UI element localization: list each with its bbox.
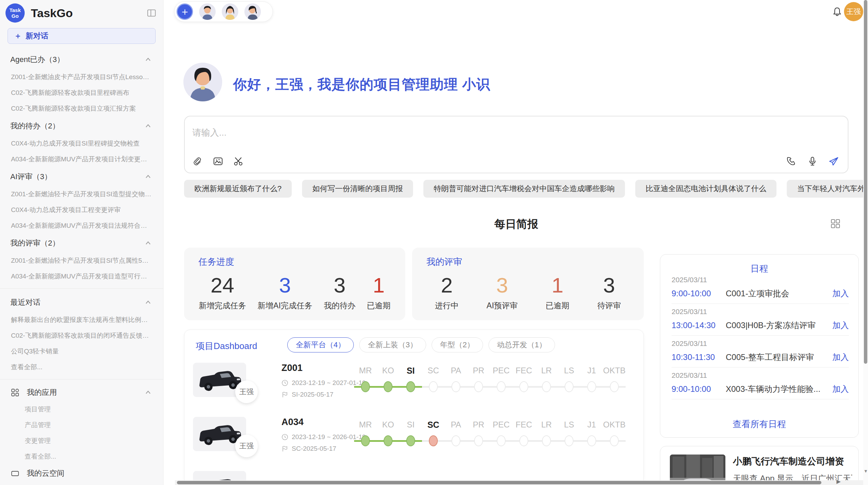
daily-briefing-title: 每日简报 — [184, 217, 848, 232]
section-title: AI评审（3） — [10, 172, 52, 182]
clock-icon — [281, 434, 288, 440]
tab-new-platform[interactable]: 全新平台（4） — [287, 337, 354, 352]
join-button[interactable]: 加入 — [832, 320, 849, 331]
event-time: 9:00-10:00 — [672, 289, 726, 298]
event-title: C003|H0B-方案冻结评审 — [726, 320, 832, 331]
project-name: A034 — [281, 417, 304, 427]
image-icon[interactable] — [212, 156, 224, 167]
news-card[interactable]: 小鹏飞行汽车制造公司增资 天眼查 App 显示，近日广州汇天飞行汽... — [660, 446, 859, 485]
section-header-agent-done[interactable]: Agent已办（3） — [0, 50, 163, 69]
milestone-node — [474, 381, 483, 392]
tab-new-body[interactable]: 全新上装（3） — [359, 337, 426, 352]
milestone-node — [542, 381, 551, 392]
suggestion-chip[interactable]: 如何写一份清晰的项目周报 — [302, 180, 413, 198]
schedule-event: 2025/03/11 9:00-10:00 C001-立项审批会 加入 — [672, 276, 849, 299]
section-header-ai-review[interactable]: AI评审（3） — [0, 167, 163, 186]
flag-icon — [281, 445, 288, 452]
collapse-panel-icon[interactable] — [147, 8, 156, 18]
section-title: 最近对话 — [10, 297, 40, 308]
horizontal-scrollbar[interactable] — [175, 480, 863, 485]
join-button[interactable]: 加入 — [832, 288, 849, 299]
milestone-label: FEC — [516, 419, 532, 431]
list-item[interactable]: C0X4-动力总成开发项目工程变更评审 — [0, 202, 163, 218]
avatar[interactable] — [222, 3, 238, 20]
notifications-bell-icon[interactable] — [832, 6, 843, 18]
new-chat-button[interactable]: ＋ 新对话 — [8, 28, 156, 44]
project-dashboard-card: 项目Dashboard 全新平台（4） 全新上装（3） 年型（2） 动总开发（1… — [184, 329, 644, 485]
milestone-track: MR KO SI SC PA PR PEC FEC LR LS J1 OKTB — [354, 419, 626, 446]
divider — [672, 399, 849, 399]
suggestion-chip[interactable]: 欧洲新规最近颁布了什么? — [184, 180, 292, 198]
milestone-node — [519, 435, 528, 446]
app-item-project-mgmt[interactable]: 项目管理 — [0, 401, 163, 417]
taskgo-logo: Task Go — [5, 3, 25, 23]
list-item[interactable]: Z001-全新燃油轻卡产品开发项目SI造型提交物评审 — [0, 186, 163, 202]
milestone-date: SI-2025-05-17 — [292, 391, 333, 398]
project-row[interactable]: 王强 A034 2023-12-19 ~ 2026-01-19 SC-2025-… — [184, 414, 643, 468]
app-item-product-mgmt[interactable]: 产品管理 — [0, 417, 163, 433]
suggestion-chips: 欧洲新规最近颁布了什么? 如何写一份清晰的项目周报 特朗普可能对进口汽车增税会对… — [184, 180, 849, 198]
scroll-down-arrow-icon[interactable]: ▼ — [864, 469, 868, 474]
apps-view-all[interactable]: 查看全部... — [0, 449, 163, 464]
tab-model-year[interactable]: 年型（2） — [432, 337, 483, 352]
list-item[interactable]: A034-全新新能源MUV产品开发项目法规符合性评审 — [0, 218, 163, 234]
event-date: 2025/03/11 — [672, 371, 849, 380]
avatar[interactable] — [199, 3, 216, 20]
layout-grid-icon[interactable] — [830, 218, 841, 231]
list-item[interactable]: Z001-全新燃油皮卡产品开发项目SI节点Lesson Learn报告 — [0, 69, 163, 85]
suggestion-chip[interactable]: 比亚迪全固态电池计划具体说了什么 — [635, 180, 776, 198]
recent-item[interactable]: 公司Q3轻卡销量 — [0, 344, 163, 359]
sidebar-item-cloud-space[interactable]: 我的云空间 — [0, 464, 163, 482]
milestone: LR — [535, 419, 558, 446]
app-item-change-mgmt[interactable]: 变更管理 — [0, 433, 163, 449]
project-row[interactable]: 王强 Z001 2023-12-19 ~ 2027-01-19 SI-2025-… — [184, 360, 643, 414]
suggestion-chip[interactable]: 当下年轻人对汽车外观有怎样的喜好趋势 — [787, 180, 868, 198]
recent-item[interactable]: 解释最新出台的欧盟报废车法规再生塑料比例被调至15%... — [0, 312, 163, 328]
section-title: Agent已办（3） — [10, 54, 64, 65]
tab-powertrain[interactable]: 动总开发（1） — [489, 337, 555, 352]
user-avatar[interactable]: 王强 — [844, 2, 863, 21]
list-item[interactable]: C02-飞腾新能源轻客改款项目里程碑画布 — [0, 85, 163, 101]
chat-composer[interactable]: 请输入... — [184, 116, 848, 173]
section-header-recent[interactable]: 最近对话 — [0, 293, 163, 312]
recent-item[interactable]: C02-飞腾新能源轻客改款项目的闭环通告反馈情况 — [0, 328, 163, 344]
my-review-card: 我的评审 2 进行中 3 AI预评审 1 已逾期 3 待评审 — [412, 248, 644, 320]
project-milestone-date: SI-2025-05-17 — [281, 391, 333, 398]
milestone: KO — [377, 365, 399, 392]
event-date: 2025/03/11 — [672, 339, 849, 348]
horizontal-scrollbar-thumb[interactable] — [177, 481, 821, 484]
stat: 1 已逾期 — [367, 272, 390, 311]
section-header-my-todo[interactable]: 我的待办（2） — [0, 116, 163, 136]
vertical-scrollbar-thumb[interactable] — [864, 0, 867, 364]
milestone-label: PA — [451, 365, 461, 376]
suggestion-chip[interactable]: 特朗普可能对进口汽车增税会对中国车企造成哪些影响 — [423, 180, 625, 198]
join-button[interactable]: 加入 — [832, 352, 849, 363]
list-item[interactable]: C0X4-动力总成开发项目SI里程碑提交物检查 — [0, 136, 163, 151]
greeting-text: 你好，王强，我是你的项目管理助理 小识 — [233, 75, 490, 94]
phone-call-icon[interactable] — [785, 156, 797, 167]
section-header-my-review[interactable]: 我的评审（2） — [0, 234, 163, 253]
milestone-label: LS — [564, 419, 574, 431]
avatar[interactable] — [244, 3, 261, 20]
stat-label: 新增AI完成任务 — [257, 300, 312, 311]
recent-view-all[interactable]: 查看全部... — [0, 359, 163, 375]
send-icon[interactable] — [828, 156, 840, 167]
stat: 3 AI预评审 — [486, 272, 518, 311]
sidebar-item-favorites[interactable]: 我的收藏 — [0, 482, 163, 485]
list-item[interactable]: Z001-全新燃油轻卡产品开发项目SI节点属性5D文件评审 — [0, 253, 163, 269]
list-item[interactable]: A034-全新新能源MUV产品开发项目计划变更表编写 — [0, 151, 163, 167]
microphone-icon[interactable] — [807, 156, 818, 167]
list-item[interactable]: A034-全新新能源MUV产品开发项目造型可行性评审 — [0, 269, 163, 284]
scroll-right-arrow-icon[interactable]: ▶ — [836, 478, 841, 485]
add-session-button[interactable]: ＋ — [177, 3, 193, 20]
attachment-icon[interactable] — [192, 156, 203, 167]
vertical-scrollbar[interactable]: ▼ — [863, 0, 868, 485]
view-all-schedule-link[interactable]: 查看所有日程 — [660, 418, 858, 430]
sidebar-item-my-apps[interactable]: 我的应用 — [0, 384, 163, 401]
join-button[interactable]: 加入 — [832, 384, 849, 395]
event-date: 2025/03/11 — [672, 276, 849, 284]
milestone-label: J1 — [587, 365, 596, 376]
screenshot-scissors-icon[interactable] — [233, 156, 244, 167]
milestone-node — [384, 381, 393, 392]
list-item[interactable]: C02-飞腾新能源轻客改款项目立项汇报方案 — [0, 101, 163, 116]
